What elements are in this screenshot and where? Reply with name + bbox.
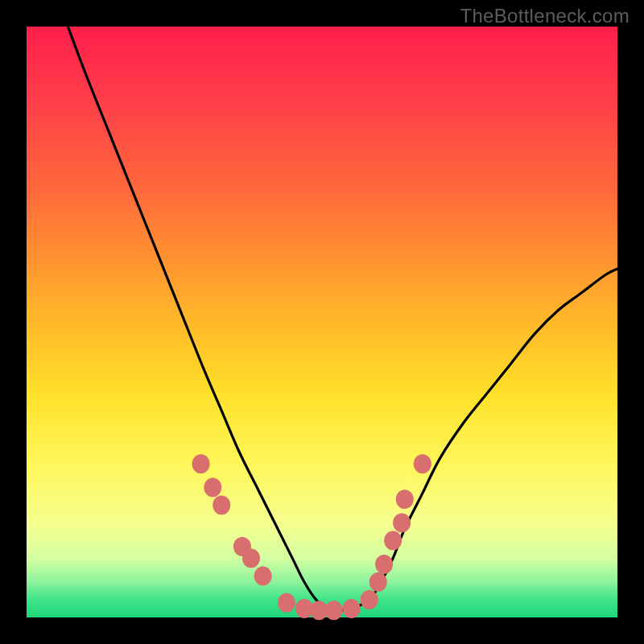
marker-dot — [278, 593, 295, 613]
bottleneck-curve — [68, 27, 617, 610]
attribution-label: TheBottleneck.com — [460, 5, 630, 27]
marker-dot — [375, 555, 393, 574]
marker-dot — [369, 572, 387, 592]
marker-dot — [343, 599, 361, 618]
marker-dot — [213, 496, 230, 515]
marker-dot — [325, 601, 343, 620]
plot-area — [27, 27, 617, 617]
marker-dot — [254, 567, 272, 586]
marker-dot — [393, 514, 411, 533]
marker-dot — [204, 478, 221, 497]
marker-dot — [361, 590, 378, 609]
marker-dot — [242, 549, 260, 568]
marker-dot — [396, 489, 414, 509]
marker-dot — [192, 454, 210, 473]
curve-svg — [27, 27, 617, 617]
marker-dot — [384, 531, 402, 551]
chart-frame: TheBottleneck.com — [0, 0, 644, 644]
marker-dot — [414, 454, 431, 473]
